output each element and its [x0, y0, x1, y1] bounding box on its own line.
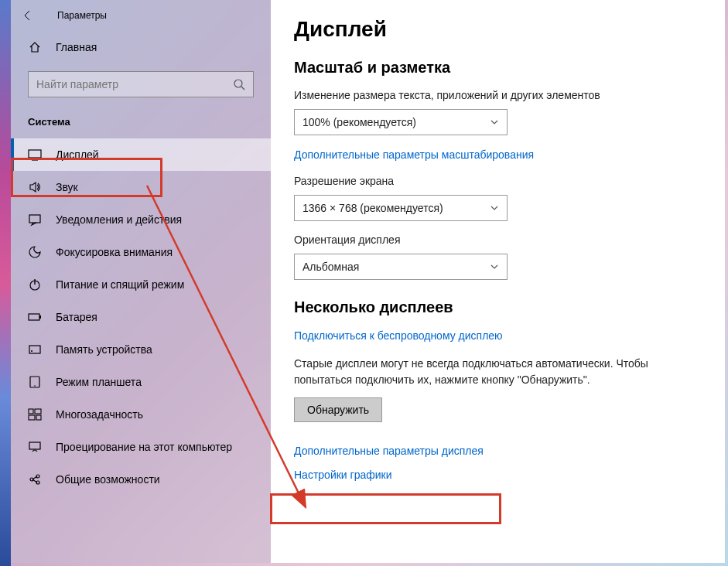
- sidebar: Параметры Главная Система Дисплей: [11, 0, 271, 563]
- sidebar-item-shared[interactable]: Общие возможности: [11, 463, 271, 496]
- svg-point-12: [34, 385, 36, 387]
- wireless-display-link[interactable]: Подключиться к беспроводному дисплею: [294, 329, 503, 342]
- settings-window: Параметры Главная Система Дисплей: [11, 0, 725, 563]
- sound-icon: [28, 180, 42, 194]
- size-label: Изменение размера текста, приложений и д…: [294, 89, 702, 101]
- focus-icon: [28, 245, 42, 259]
- svg-rect-8: [39, 315, 41, 319]
- svg-rect-15: [29, 415, 35, 420]
- svg-point-20: [36, 481, 39, 484]
- resolution-select-value: 1366 × 768 (рекомендуется): [302, 202, 443, 214]
- sidebar-item-sound[interactable]: Звук: [11, 171, 271, 203]
- chevron-down-icon: [490, 203, 499, 213]
- sidebar-item-label: Общие возможности: [56, 473, 160, 486]
- sidebar-item-label: Батарея: [56, 311, 97, 323]
- svg-rect-16: [36, 415, 41, 420]
- sidebar-item-label: Проецирование на этот компьютер: [56, 441, 232, 453]
- svg-rect-7: [29, 314, 39, 320]
- home-nav[interactable]: Главная: [11, 31, 271, 63]
- sidebar-item-tablet[interactable]: Режим планшета: [11, 366, 271, 398]
- storage-icon: [28, 343, 42, 356]
- sidebar-item-storage[interactable]: Память устройства: [11, 333, 271, 366]
- sidebar-item-focus[interactable]: Фокусировка внимания: [11, 236, 271, 268]
- shared-icon: [28, 472, 42, 486]
- sidebar-item-notifications[interactable]: Уведомления и действия: [11, 203, 271, 236]
- home-icon: [28, 40, 42, 54]
- sidebar-item-battery[interactable]: Батарея: [11, 301, 271, 333]
- resolution-select[interactable]: 1366 × 768 (рекомендуется): [294, 195, 508, 221]
- back-button[interactable]: [19, 6, 37, 25]
- titlebar: Параметры: [11, 0, 271, 31]
- sidebar-item-power[interactable]: Питание и спящий режим: [11, 268, 271, 301]
- search-input[interactable]: [36, 78, 214, 90]
- sidebar-item-projecting[interactable]: Проецирование на этот компьютер: [11, 431, 271, 463]
- sidebar-item-label: Память устройства: [56, 343, 152, 356]
- chevron-down-icon: [490, 118, 499, 127]
- svg-point-10: [31, 350, 32, 352]
- detect-button[interactable]: Обнаружить: [294, 397, 382, 422]
- graphics-settings-link[interactable]: Настройки графики: [294, 469, 392, 481]
- sidebar-item-display[interactable]: Дисплей: [11, 138, 271, 171]
- decorative-edge: [0, 0, 11, 566]
- tablet-icon: [28, 375, 42, 389]
- section-header-system: Система: [11, 111, 271, 138]
- page-title: Дисплей: [294, 17, 702, 42]
- chevron-down-icon: [490, 262, 499, 271]
- home-label: Главная: [56, 41, 97, 53]
- display-icon: [28, 148, 42, 162]
- resolution-label: Разрешение экрана: [294, 175, 702, 187]
- scale-select-value: 100% (рекомендуется): [302, 116, 416, 128]
- svg-rect-9: [29, 346, 40, 353]
- search-icon: [233, 78, 245, 90]
- scale-heading: Масштаб и разметка: [294, 59, 702, 77]
- power-icon: [28, 278, 42, 292]
- advanced-scaling-link[interactable]: Дополнительные параметры масштабирования: [294, 148, 534, 161]
- sidebar-item-multitasking[interactable]: Многозадачность: [11, 398, 271, 431]
- notifications-icon: [28, 213, 42, 227]
- battery-icon: [28, 310, 42, 324]
- orientation-select[interactable]: Альбомная: [294, 254, 508, 280]
- multiple-displays-heading: Несколько дисплеев: [294, 298, 702, 316]
- orientation-label: Ориентация дисплея: [294, 234, 702, 246]
- detect-help-text: Старые дисплеи могут не всегда подключат…: [294, 356, 702, 388]
- orientation-select-value: Альбомная: [302, 261, 359, 273]
- sidebar-item-label: Многозадачность: [56, 408, 143, 421]
- search-box[interactable]: [28, 71, 254, 97]
- svg-point-18: [30, 478, 33, 481]
- svg-rect-2: [29, 150, 41, 158]
- sidebar-item-label: Дисплей: [56, 148, 99, 161]
- svg-line-1: [241, 87, 244, 90]
- advanced-display-link[interactable]: Дополнительные параметры дисплея: [294, 445, 484, 457]
- projecting-icon: [28, 440, 42, 454]
- svg-rect-17: [29, 442, 40, 449]
- svg-point-19: [36, 475, 39, 478]
- sidebar-item-label: Уведомления и действия: [56, 213, 182, 226]
- svg-rect-4: [29, 215, 40, 223]
- sidebar-item-label: Фокусировка внимания: [56, 246, 173, 258]
- sidebar-item-label: Режим планшета: [56, 376, 142, 388]
- svg-rect-14: [35, 409, 41, 414]
- multitasking-icon: [28, 407, 42, 421]
- content-pane: Дисплей Масштаб и разметка Изменение раз…: [271, 0, 725, 563]
- scale-select[interactable]: 100% (рекомендуется): [294, 109, 508, 135]
- window-title: Параметры: [57, 10, 107, 21]
- sidebar-item-label: Звук: [56, 181, 78, 193]
- svg-point-0: [234, 80, 242, 87]
- sidebar-item-label: Питание и спящий режим: [56, 278, 184, 291]
- svg-rect-13: [29, 409, 33, 414]
